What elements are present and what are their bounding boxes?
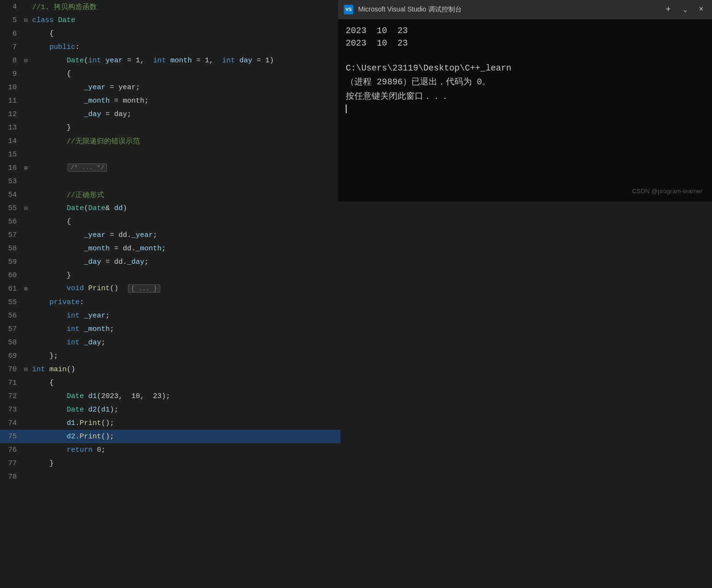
code-line-54: 54 //正确形式 [0, 188, 340, 201]
line-num-60: 60 [0, 271, 22, 280]
line-num-61: 61 [0, 285, 22, 293]
code-line-56p: 56 int _year; [0, 309, 340, 322]
code-content-12: _day = day; [30, 110, 340, 118]
code-line-71: 71 { [0, 376, 340, 389]
line-num-7: 7 [0, 43, 22, 51]
code-content-11: _month = month; [30, 97, 340, 105]
debug-output-6: 按任意键关闭此窗口．．． [346, 90, 704, 102]
code-content-55p: private: [30, 298, 340, 306]
code-line-6: 6 { [0, 27, 340, 40]
line-num-14: 14 [0, 137, 22, 145]
fold-8[interactable]: ⊟ [22, 57, 30, 64]
code-line-75: 75 d2.Print(); [0, 430, 340, 443]
code-line-74: 74 d1.Print(); [0, 416, 340, 430]
code-content-59: _day = dd._day; [30, 258, 340, 266]
line-num-75: 75 [0, 433, 22, 441]
line-num-8: 8 [0, 57, 22, 65]
line-num-69: 69 [0, 352, 22, 360]
code-content-6: { [30, 30, 340, 38]
code-line-7: 7 public: [0, 40, 340, 54]
line-num-54: 54 [0, 191, 22, 199]
code-line-59: 59 _day = dd._day; [0, 255, 340, 269]
code-line-10: 10 _year = year; [0, 81, 340, 94]
code-content-8: Date(int year = 1, int month = 1, int da… [30, 57, 340, 65]
line-num-58p: 58 [0, 339, 22, 347]
debug-close-button[interactable]: × [696, 4, 706, 15]
code-content-57p: int _month; [30, 325, 340, 333]
code-content-54: //正确形式 [30, 190, 340, 200]
debug-plus-button[interactable]: + [662, 4, 675, 15]
code-line-61: 61 ⊞ void Print() { ... } [0, 282, 340, 295]
line-num-76: 76 [0, 446, 22, 454]
code-line-58: 58 _month = dd._month; [0, 242, 340, 255]
code-line-9: 9 { [0, 67, 340, 81]
code-line-73: 73 Date d2(d1); [0, 403, 340, 416]
line-num-56a: 56 [0, 218, 22, 226]
code-line-4: 4 //1. 拷贝构造函数 [0, 0, 340, 13]
code-line-55p: 55 private: [0, 295, 340, 309]
code-line-60: 60 } [0, 269, 340, 282]
code-content-70: int main() [30, 365, 340, 374]
code-content-73: Date d2(d1); [30, 406, 340, 414]
cursor-blink [346, 105, 347, 113]
line-num-9: 9 [0, 70, 22, 78]
fold-16[interactable]: ⊞ [22, 165, 30, 172]
debug-cursor-line [346, 105, 704, 113]
line-num-71: 71 [0, 379, 22, 387]
code-line-15: 15 [0, 148, 340, 161]
code-content-55: Date(Date& dd) [30, 204, 340, 212]
line-num-11: 11 [0, 97, 22, 105]
debug-title: Microsoft Visual Studio 调试控制台 [358, 5, 657, 14]
code-line-72: 72 Date d1(2023, 10, 23); [0, 389, 340, 403]
code-line-14: 14 //无限递归的错误示范 [0, 134, 340, 148]
code-line-69: 69 }; [0, 349, 340, 363]
code-content-71: { [30, 379, 340, 387]
fold-70[interactable]: ⊟ [22, 366, 30, 373]
fold-5[interactable]: ⊟ [22, 17, 30, 24]
code-content-58: _month = dd._month; [30, 245, 340, 253]
editor-area: 4 //1. 拷贝构造函数 5 ⊟ class Date 6 { 7 publi… [0, 0, 712, 588]
fold-61[interactable]: ⊞ [22, 285, 30, 293]
code-content-77: } [30, 459, 340, 468]
code-content-57: _year = dd._year; [30, 231, 340, 239]
debug-output-3 [346, 51, 704, 60]
debug-output-2: 2023 10 23 [346, 38, 704, 48]
code-panel[interactable]: 4 //1. 拷贝构造函数 5 ⊟ class Date 6 { 7 publi… [0, 0, 340, 588]
code-line-8: 8 ⊟ Date(int year = 1, int month = 1, in… [0, 54, 340, 67]
code-line-11: 11 _month = month; [0, 94, 340, 107]
line-num-74: 74 [0, 419, 22, 427]
code-content-69: }; [30, 352, 340, 360]
line-num-15: 15 [0, 151, 22, 159]
line-num-13: 13 [0, 124, 22, 132]
code-content-13: } [30, 124, 340, 132]
code-line-56: 56 { [0, 215, 340, 228]
code-line-5: 5 ⊟ class Date [0, 13, 340, 27]
code-content-16: /* ... */ [30, 164, 340, 172]
debug-titlebar: VS Microsoft Visual Studio 调试控制台 + ⌄ × [338, 0, 712, 19]
debug-panel: VS Microsoft Visual Studio 调试控制台 + ⌄ × 2… [338, 0, 712, 201]
csdn-watermark: CSDN @program-learner [632, 188, 702, 195]
code-content-4: //1. 拷贝构造函数 [30, 2, 340, 12]
line-num-53: 53 [0, 177, 22, 186]
debug-chevron-button[interactable]: ⌄ [679, 4, 691, 14]
line-num-59: 59 [0, 258, 22, 266]
line-num-77: 77 [0, 459, 22, 468]
code-line-16: 16 ⊞ /* ... */ [0, 161, 340, 175]
code-line-77: 77 } [0, 457, 340, 470]
line-num-55p: 55 [0, 298, 22, 306]
code-content-74: d1.Print(); [30, 419, 340, 427]
line-num-73: 73 [0, 406, 22, 414]
line-num-56p: 56 [0, 312, 22, 320]
code-content-60: } [30, 271, 340, 280]
vs-icon: VS [344, 5, 353, 14]
line-num-4: 4 [0, 3, 22, 11]
line-num-6: 6 [0, 30, 22, 38]
code-line-76: 76 return 0; [0, 443, 340, 457]
line-num-57a: 57 [0, 231, 22, 239]
debug-body: 2023 10 23 2023 10 23 C:\Users\23119\Des… [338, 19, 712, 201]
line-num-12: 12 [0, 110, 22, 118]
code-line-57: 57 _year = dd._year; [0, 228, 340, 242]
line-num-10: 10 [0, 83, 22, 92]
fold-55[interactable]: ⊟ [22, 205, 30, 212]
code-content-58p: int _day; [30, 339, 340, 347]
